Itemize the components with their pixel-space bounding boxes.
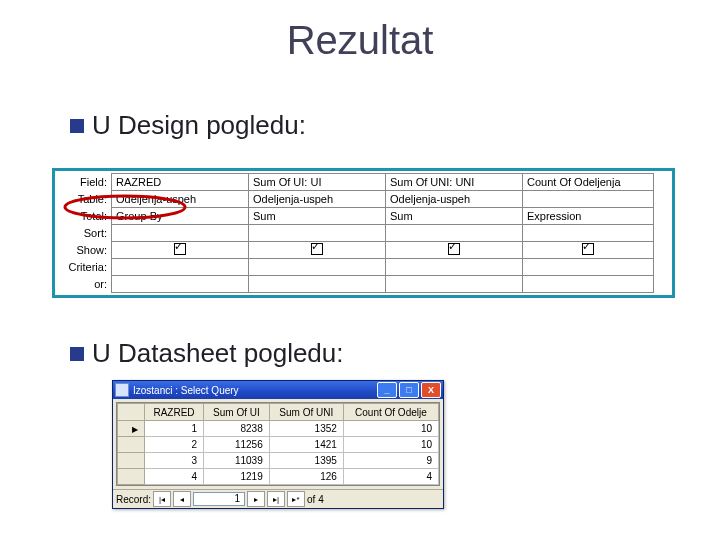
cell[interactable]: 9 xyxy=(343,453,438,469)
bullet-design: U Design pogledu: xyxy=(70,110,306,141)
row-label: Table: xyxy=(57,191,112,208)
row-label: or: xyxy=(57,276,112,293)
show-cell[interactable] xyxy=(386,242,523,259)
slide: Rezultat U Design pogledu: Field: RAZRED… xyxy=(0,0,720,540)
titlebar[interactable]: Izostanci : Select Query _ □ X xyxy=(113,381,443,399)
query-icon xyxy=(115,383,129,397)
cell[interactable]: 1395 xyxy=(269,453,343,469)
or-cell[interactable] xyxy=(249,276,386,293)
cell[interactable]: 1 xyxy=(145,421,204,437)
cell[interactable]: 1352 xyxy=(269,421,343,437)
table-cell[interactable]: Odeljenja-uspeh xyxy=(112,191,249,208)
cell[interactable]: 8238 xyxy=(204,421,270,437)
row-selector-header[interactable] xyxy=(118,404,145,421)
table-row: 4 1219 126 4 xyxy=(118,469,439,485)
sort-cell[interactable] xyxy=(112,225,249,242)
design-table: Field: RAZRED Sum Of UI: UI Sum Of UNI: … xyxy=(57,173,654,293)
total-cell[interactable]: Expression xyxy=(523,208,654,225)
field-cell[interactable]: Count Of Odeljenja xyxy=(523,174,654,191)
cell[interactable]: 126 xyxy=(269,469,343,485)
nav-new-button[interactable]: ▸* xyxy=(287,491,305,507)
row-label: Criteria: xyxy=(57,259,112,276)
sort-cell[interactable] xyxy=(523,225,654,242)
record-number-input[interactable]: 1 xyxy=(193,492,245,506)
record-navigator: Record: |◂ ◂ 1 ▸ ▸| ▸* of 4 xyxy=(113,489,443,508)
cell[interactable]: 3 xyxy=(145,453,204,469)
checkbox-icon[interactable] xyxy=(582,243,594,255)
record-label: Record: xyxy=(116,494,151,505)
criteria-cell[interactable] xyxy=(249,259,386,276)
row-label: Sort: xyxy=(57,225,112,242)
or-cell[interactable] xyxy=(386,276,523,293)
cell[interactable]: 11039 xyxy=(204,453,270,469)
field-cell[interactable]: Sum Of UI: UI xyxy=(249,174,386,191)
cell[interactable]: 11256 xyxy=(204,437,270,453)
show-cell[interactable] xyxy=(249,242,386,259)
cell[interactable]: 2 xyxy=(145,437,204,453)
window-title: Izostanci : Select Query xyxy=(133,385,239,396)
table-cell[interactable]: Odeljenja-uspeh xyxy=(249,191,386,208)
sort-cell[interactable] xyxy=(249,225,386,242)
row-label: Show: xyxy=(57,242,112,259)
checkbox-icon[interactable] xyxy=(174,243,186,255)
minimize-button[interactable]: _ xyxy=(377,382,397,398)
col-header[interactable]: Count Of Odelje xyxy=(343,404,438,421)
bullet-icon xyxy=(70,119,84,133)
bullet-icon xyxy=(70,347,84,361)
sort-cell[interactable] xyxy=(386,225,523,242)
record-of-label: of 4 xyxy=(307,494,324,505)
bullet-datasheet: U Datasheet pogledu: xyxy=(70,338,344,369)
row-label: Field: xyxy=(57,174,112,191)
cell[interactable]: 1219 xyxy=(204,469,270,485)
query-design-grid: Field: RAZRED Sum Of UI: UI Sum Of UNI: … xyxy=(52,168,675,298)
or-cell[interactable] xyxy=(112,276,249,293)
datasheet-grid: RAZRED Sum Of UI Sum Of UNI Count Of Ode… xyxy=(116,402,440,486)
nav-next-button[interactable]: ▸ xyxy=(247,491,265,507)
cell[interactable]: 10 xyxy=(343,437,438,453)
total-cell[interactable]: Sum xyxy=(386,208,523,225)
cell[interactable]: 4 xyxy=(145,469,204,485)
nav-last-button[interactable]: ▸| xyxy=(267,491,285,507)
nav-first-button[interactable]: |◂ xyxy=(153,491,171,507)
table-cell[interactable] xyxy=(523,191,654,208)
cell[interactable]: 4 xyxy=(343,469,438,485)
page-title: Rezultat xyxy=(0,18,720,63)
show-cell[interactable] xyxy=(523,242,654,259)
col-header[interactable]: Sum Of UI xyxy=(204,404,270,421)
table-row: 3 11039 1395 9 xyxy=(118,453,439,469)
checkbox-icon[interactable] xyxy=(311,243,323,255)
bullet-text: U Datasheet pogledu: xyxy=(92,338,344,369)
or-cell[interactable] xyxy=(523,276,654,293)
total-cell[interactable]: Sum xyxy=(249,208,386,225)
row-label: Total: xyxy=(57,208,112,225)
row-selector[interactable] xyxy=(118,469,145,485)
col-header[interactable]: RAZRED xyxy=(145,404,204,421)
checkbox-icon[interactable] xyxy=(448,243,460,255)
total-cell[interactable]: Group By xyxy=(112,208,249,225)
row-selector[interactable] xyxy=(118,437,145,453)
criteria-cell[interactable] xyxy=(386,259,523,276)
cell[interactable]: 1421 xyxy=(269,437,343,453)
field-cell[interactable]: Sum Of UNI: UNI xyxy=(386,174,523,191)
field-cell[interactable]: RAZRED xyxy=(112,174,249,191)
row-selector[interactable] xyxy=(118,421,145,437)
datasheet-window: Izostanci : Select Query _ □ X RAZRED Su… xyxy=(112,380,444,509)
close-button[interactable]: X xyxy=(421,382,441,398)
col-header[interactable]: Sum Of UNI xyxy=(269,404,343,421)
table-row: 1 8238 1352 10 xyxy=(118,421,439,437)
show-cell[interactable] xyxy=(112,242,249,259)
row-selector[interactable] xyxy=(118,453,145,469)
table-row: 2 11256 1421 10 xyxy=(118,437,439,453)
nav-prev-button[interactable]: ◂ xyxy=(173,491,191,507)
criteria-cell[interactable] xyxy=(112,259,249,276)
table-cell[interactable]: Odeljenja-uspeh xyxy=(386,191,523,208)
cell[interactable]: 10 xyxy=(343,421,438,437)
bullet-text: U Design pogledu: xyxy=(92,110,306,141)
maximize-button[interactable]: □ xyxy=(399,382,419,398)
criteria-cell[interactable] xyxy=(523,259,654,276)
